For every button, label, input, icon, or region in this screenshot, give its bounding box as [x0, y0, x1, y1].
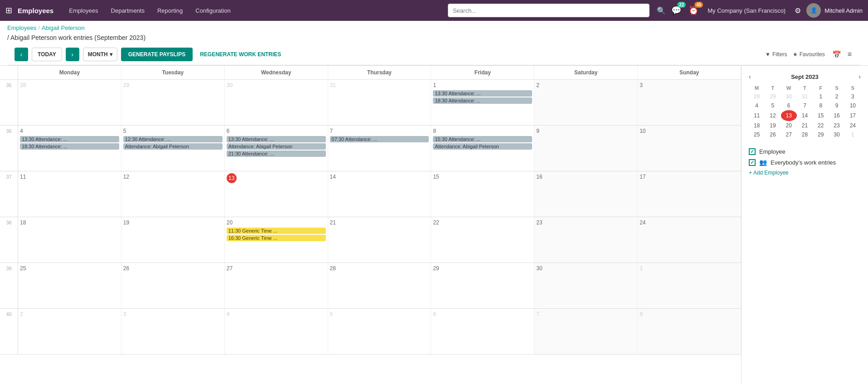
- month-dropdown[interactable]: MONTH ▾: [83, 48, 117, 61]
- cal-day-8-next[interactable]: 8: [638, 309, 741, 354]
- mini-day-19[interactable]: 19: [765, 121, 781, 130]
- mini-day-29[interactable]: 29: [813, 130, 829, 139]
- cal-day-18[interactable]: 18: [18, 217, 121, 262]
- event-mon4-2[interactable]: 18:30 Attendance: ...: [20, 143, 119, 150]
- mini-day-1[interactable]: 1: [813, 92, 829, 101]
- employee-checkbox[interactable]: [749, 148, 756, 155]
- cal-day-19[interactable]: 19: [121, 217, 225, 262]
- cal-day-4-next[interactable]: 4: [225, 309, 328, 354]
- mini-day-2[interactable]: 2: [829, 92, 844, 101]
- cal-day-27[interactable]: 27: [225, 263, 328, 308]
- mini-day-20[interactable]: 20: [781, 121, 797, 130]
- mini-day-15[interactable]: 15: [813, 110, 829, 121]
- search-icon[interactable]: 🔍: [657, 6, 666, 15]
- cal-day-31-prev[interactable]: 31: [328, 80, 432, 125]
- calendar-view-button[interactable]: 📅: [830, 49, 843, 60]
- activity-icon-btn[interactable]: 💬 22: [669, 4, 683, 17]
- cal-day-25[interactable]: 25: [18, 263, 121, 308]
- cal-day-29-prev[interactable]: 29: [121, 80, 225, 125]
- user-avatar[interactable]: 👤: [806, 3, 821, 18]
- cal-day-29[interactable]: 29: [431, 263, 534, 308]
- mini-day-18[interactable]: 18: [749, 121, 765, 130]
- cal-day-8[interactable]: 8 15:30 Attendance: ... Attendance: Abig…: [431, 126, 534, 171]
- nav-departments[interactable]: Departments: [107, 7, 149, 14]
- everybody-checkbox[interactable]: [749, 159, 756, 166]
- cal-day-3[interactable]: 3: [638, 80, 741, 125]
- mini-day-30[interactable]: 30: [829, 130, 844, 139]
- cal-day-2[interactable]: 2: [534, 80, 638, 125]
- cal-day-5-next[interactable]: 5: [328, 309, 432, 354]
- next-button[interactable]: ›: [66, 48, 79, 61]
- cal-day-1-next[interactable]: 1: [638, 263, 741, 308]
- mini-day[interactable]: 28: [749, 92, 765, 101]
- cal-day-6-next[interactable]: 6: [431, 309, 534, 354]
- cal-day-7[interactable]: 7 07:30 Attendance: ...: [328, 126, 432, 171]
- cal-day-1[interactable]: 1 13:30 Attendance: ... 18:30 Attendance…: [431, 80, 534, 125]
- mini-day-26[interactable]: 26: [765, 130, 781, 139]
- cal-day-2-next[interactable]: 2: [18, 309, 121, 354]
- breadcrumb-employees[interactable]: Employees: [7, 24, 36, 31]
- cal-day-16[interactable]: 16: [534, 171, 638, 217]
- event-fri8-2[interactable]: Attendance: Abigail Peterson: [433, 143, 532, 150]
- cal-day-30-prev[interactable]: 30: [225, 80, 328, 125]
- mini-day-13-today[interactable]: 13: [781, 110, 797, 121]
- mini-day-3[interactable]: 3: [845, 92, 861, 101]
- cal-day-7-next[interactable]: 7: [534, 309, 638, 354]
- cal-day-20[interactable]: 20 11:30 Generic Time ... 16:30 Generic …: [225, 217, 328, 262]
- mini-day-4[interactable]: 4: [749, 101, 765, 110]
- cal-day-15[interactable]: 15: [431, 171, 534, 217]
- event-wed6-3[interactable]: 21:30 Attendance: ...: [227, 151, 326, 157]
- cal-day-10[interactable]: 10: [638, 126, 741, 171]
- breadcrumb-person[interactable]: Abigail Peterson: [42, 24, 85, 31]
- event-wed20-2[interactable]: 16:30 Generic Time ...: [227, 235, 326, 241]
- apps-menu-icon[interactable]: ⊞: [5, 5, 12, 15]
- mini-cal-prev[interactable]: ‹: [749, 73, 751, 80]
- cal-day-28[interactable]: 28: [328, 263, 432, 308]
- cal-day-26[interactable]: 26: [121, 263, 225, 308]
- list-view-button[interactable]: ≡: [846, 49, 853, 60]
- cal-day-12[interactable]: 12: [121, 171, 225, 217]
- filters-button[interactable]: ▼ Filters: [765, 51, 787, 58]
- mini-cal-next[interactable]: ›: [858, 73, 861, 80]
- cal-day-9[interactable]: 9: [534, 126, 638, 171]
- cal-day-23[interactable]: 23: [534, 217, 638, 262]
- cal-day-4[interactable]: 4 13:30 Attendance: ... 18:30 Attendance…: [18, 126, 121, 171]
- mini-day-16[interactable]: 16: [829, 110, 844, 121]
- event-fri8-1[interactable]: 15:30 Attendance: ...: [433, 136, 532, 142]
- favourites-button[interactable]: ★ Favourites: [793, 51, 825, 58]
- cal-day-28-prev[interactable]: 28: [18, 80, 121, 125]
- cal-day-21[interactable]: 21: [328, 217, 432, 262]
- mini-day-9[interactable]: 9: [829, 101, 844, 110]
- event-fri1-2[interactable]: 18:30 Attendance: ...: [433, 97, 532, 104]
- cal-day-6[interactable]: 6 13:30 Attendance: ... Attendance: Abig…: [225, 126, 328, 171]
- mini-day-1-next[interactable]: 1: [845, 130, 861, 139]
- nav-employees[interactable]: Employees: [64, 7, 102, 14]
- nav-reporting[interactable]: Reporting: [153, 7, 187, 14]
- cal-day-14[interactable]: 14: [328, 171, 432, 217]
- mini-day-21[interactable]: 21: [797, 121, 813, 130]
- mini-day-6[interactable]: 6: [781, 101, 797, 110]
- mini-day-5[interactable]: 5: [765, 101, 781, 110]
- event-wed6-2[interactable]: Attendance: Abigail Peterson: [227, 143, 326, 150]
- mini-day-27[interactable]: 27: [781, 130, 797, 139]
- event-tue5-2[interactable]: Attendance: Abigail Peterson: [123, 143, 223, 150]
- mini-day-12[interactable]: 12: [765, 110, 781, 121]
- event-wed20-1[interactable]: 11:30 Generic Time ...: [227, 228, 326, 234]
- cal-day-3-next[interactable]: 3: [121, 309, 225, 354]
- mini-day-11[interactable]: 11: [749, 110, 765, 121]
- tools-icon[interactable]: ⚙: [795, 6, 801, 15]
- mini-day-17[interactable]: 17: [845, 110, 861, 121]
- event-tue5-1[interactable]: 12:30 Attendance: ...: [123, 136, 223, 142]
- mini-day[interactable]: 30: [781, 92, 797, 101]
- event-thu7-1[interactable]: 07:30 Attendance: ...: [330, 136, 429, 142]
- regenerate-work-entries-button[interactable]: REGENERATE WORK ENTRIES: [196, 49, 285, 59]
- cal-day-22[interactable]: 22: [431, 217, 534, 262]
- cal-day-5[interactable]: 5 12:30 Attendance: ... Attendance: Abig…: [121, 126, 225, 171]
- mini-day-22[interactable]: 22: [813, 121, 829, 130]
- clock-icon-btn[interactable]: ⏰ 45: [687, 4, 700, 17]
- cal-day-17[interactable]: 17: [638, 171, 741, 217]
- cal-day-24[interactable]: 24: [638, 217, 741, 262]
- mini-day-7[interactable]: 7: [797, 101, 813, 110]
- add-employee-link[interactable]: + Add Employee: [749, 170, 861, 176]
- mini-day-25[interactable]: 25: [749, 130, 765, 139]
